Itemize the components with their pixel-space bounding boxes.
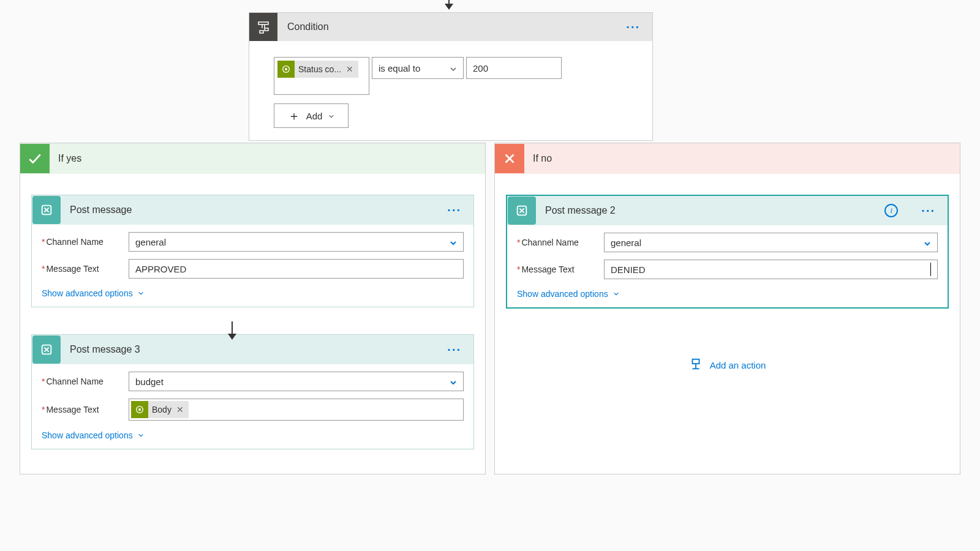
action-body: *Channel Name budget *Message Text Body (32, 364, 473, 449)
post-message-card-1: Post message ··· *Channel Name general *… (31, 195, 474, 307)
channel-name-label: *Channel Name (42, 377, 129, 386)
branches-container: If yes Post message ··· *Channel Name ge… (20, 143, 960, 474)
chevron-down-icon (613, 289, 619, 299)
channel-name-label: *Channel Name (517, 238, 604, 247)
condition-icon (249, 13, 277, 41)
channel-name-row: *Channel Name general (42, 232, 464, 252)
info-icon[interactable]: i (884, 204, 898, 217)
message-text-input[interactable]: DENIED (604, 260, 938, 279)
body-token[interactable]: Body ✕ (131, 401, 189, 418)
channel-value: general (611, 238, 641, 248)
text-cursor (930, 263, 931, 276)
condition-title: Condition (287, 21, 614, 32)
add-condition-button[interactable]: ＋ Add (274, 103, 349, 128)
checkmark-icon (20, 144, 50, 173)
channel-value: budget (135, 377, 164, 387)
condition-value-input[interactable]: 200 (466, 57, 562, 79)
condition-value: 200 (473, 63, 488, 73)
action-title: Post message 3 (70, 344, 435, 355)
add-action-label: Add an action (710, 360, 766, 370)
post-message-card-3: Post message 3 ··· *Channel Name budget … (31, 334, 474, 449)
if-no-body: Post message 2 i ··· *Channel Name gener… (495, 174, 960, 397)
post-message-card-2: Post message 2 i ··· *Channel Name gener… (506, 195, 949, 309)
channel-name-select[interactable]: general (129, 232, 464, 252)
message-text-input[interactable]: Body ✕ (129, 399, 464, 421)
if-yes-label: If yes (58, 153, 81, 164)
more-menu-icon[interactable]: ··· (435, 343, 473, 357)
slack-icon (508, 197, 536, 225)
condition-operator-select[interactable]: is equal to (372, 57, 464, 79)
token-label: Status co... (298, 64, 341, 74)
action-title: Post message 2 (545, 205, 884, 216)
action-header[interactable]: Post message 3 ··· (32, 335, 473, 364)
channel-name-select[interactable]: budget (129, 372, 464, 391)
action-header[interactable]: Post message 2 i ··· (507, 196, 948, 225)
add-label: Add (306, 111, 323, 121)
plus-icon: ＋ (288, 108, 300, 124)
remove-token-icon[interactable]: ✕ (176, 405, 184, 414)
chevron-down-icon (328, 111, 334, 121)
condition-header[interactable]: Condition ··· (249, 13, 652, 41)
more-menu-icon[interactable]: ··· (909, 204, 948, 218)
add-action-icon (689, 358, 703, 373)
message-value: DENIED (611, 264, 646, 275)
message-text-input[interactable]: APPROVED (129, 259, 464, 279)
flow-arrow-top (448, 0, 450, 9)
flow-arrow-mid (232, 321, 233, 339)
message-text-label: *Message Text (42, 405, 129, 414)
more-menu-icon[interactable]: ··· (614, 20, 652, 34)
chevron-down-icon (924, 239, 931, 246)
channel-name-select[interactable]: general (604, 233, 938, 252)
http-icon (131, 401, 148, 418)
remove-token-icon[interactable]: ✕ (346, 64, 353, 74)
status-code-token[interactable]: Status co... ✕ (277, 61, 358, 78)
message-text-label: *Message Text (517, 264, 604, 274)
message-text-label: *Message Text (42, 264, 129, 274)
if-no-branch: If no Post message 2 i ··· *Channel Name… (494, 143, 960, 474)
action-header[interactable]: Post message ··· (32, 195, 473, 225)
show-advanced-link[interactable]: Show advanced options (42, 428, 144, 446)
close-icon (495, 144, 524, 173)
channel-name-row: *Channel Name general (517, 233, 938, 252)
if-yes-branch: If yes Post message ··· *Channel Name ge… (20, 143, 486, 474)
operator-value: is equal to (379, 63, 420, 73)
chevron-down-icon (138, 430, 144, 440)
channel-name-label: *Channel Name (42, 237, 129, 247)
condition-row: Status co... ✕ is equal to 200 (274, 57, 628, 95)
channel-value: general (135, 237, 166, 247)
condition-left-operand[interactable]: Status co... ✕ (274, 57, 369, 95)
chevron-down-icon (450, 238, 457, 246)
if-no-header: If no (495, 143, 960, 174)
svg-point-9 (138, 408, 141, 411)
if-yes-header: If yes (20, 143, 485, 174)
if-yes-body: Post message ··· *Channel Name general *… (20, 174, 485, 474)
show-advanced-link[interactable]: Show advanced options (42, 286, 144, 304)
svg-point-1 (285, 68, 287, 70)
http-icon (277, 61, 295, 78)
action-body: *Channel Name general *Message Text DENI… (507, 225, 948, 307)
chevron-down-icon (138, 288, 144, 298)
channel-name-row: *Channel Name budget (42, 372, 464, 391)
action-body: *Channel Name general *Message Text APPR… (32, 225, 473, 307)
message-text-row: *Message Text DENIED (517, 260, 938, 279)
slack-icon (32, 335, 61, 364)
condition-card: Condition ··· Status co... ✕ is equal to… (249, 12, 653, 141)
if-no-label: If no (533, 153, 552, 164)
token-label: Body (152, 405, 172, 414)
chevron-down-icon (450, 64, 457, 72)
slack-icon (32, 196, 61, 224)
show-advanced-link[interactable]: Show advanced options (517, 287, 619, 305)
message-value: APPROVED (135, 264, 186, 274)
condition-body: Status co... ✕ is equal to 200 ＋ Add (249, 41, 652, 140)
svg-rect-15 (692, 359, 699, 364)
message-text-row: *Message Text APPROVED (42, 259, 464, 279)
add-action-button[interactable]: Add an action (506, 358, 949, 373)
more-menu-icon[interactable]: ··· (435, 203, 473, 217)
chevron-down-icon (450, 378, 457, 385)
action-title: Post message (70, 204, 435, 216)
message-text-row: *Message Text Body ✕ (42, 399, 464, 421)
